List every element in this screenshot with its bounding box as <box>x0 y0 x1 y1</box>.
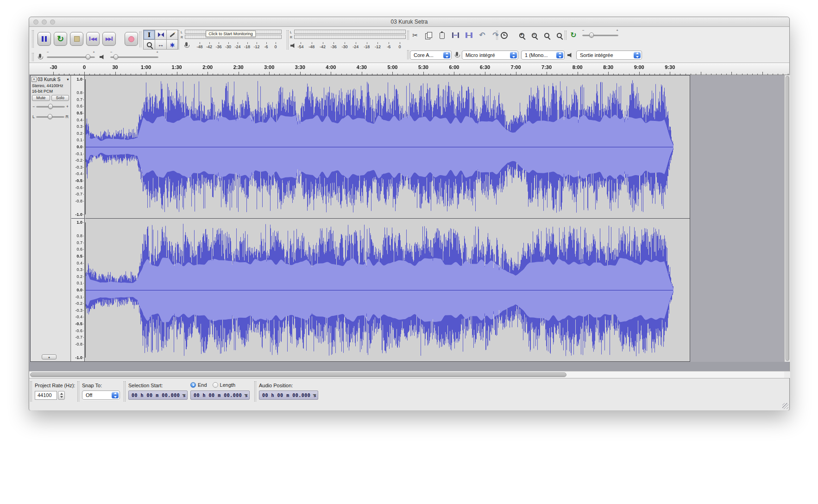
timer-button[interactable] <box>499 30 509 40</box>
input-device-dropdown[interactable]: Micro intégré <box>462 50 518 60</box>
draw-tool-button[interactable] <box>166 30 178 39</box>
pause-button[interactable] <box>38 32 51 46</box>
pan-slider[interactable]: L R <box>32 113 69 120</box>
toolbar-grip[interactable] <box>124 381 126 402</box>
dropdown-stepper-icon[interactable] <box>443 52 450 58</box>
silence-audio-button[interactable] <box>464 30 474 40</box>
toolbar-grip[interactable] <box>496 31 498 40</box>
envelope-tool-button[interactable] <box>155 30 166 39</box>
gain-slider-thumb[interactable] <box>48 104 53 109</box>
waveform-display[interactable] <box>85 76 690 361</box>
record-button[interactable] <box>125 32 138 46</box>
snap-to-dropdown[interactable]: Off <box>82 391 120 400</box>
toolbar-grip[interactable] <box>287 30 289 50</box>
horizontal-scrollbar[interactable] <box>29 371 784 378</box>
resize-grip[interactable] <box>782 403 788 409</box>
output-volume-slider[interactable]: − + <box>110 54 158 60</box>
pan-slider-thumb[interactable] <box>48 114 52 119</box>
track-menu-arrow-icon[interactable]: ▼ <box>66 78 69 81</box>
dropdown-stepper-icon[interactable] <box>556 52 563 58</box>
solo-button[interactable]: Solo <box>51 95 69 101</box>
pan-left-label: L <box>32 114 35 119</box>
paste-button[interactable] <box>437 30 447 40</box>
waveform-canvas[interactable] <box>85 76 690 361</box>
input-volume-thumb[interactable] <box>86 54 90 59</box>
vertical-ruler[interactable] <box>71 76 85 361</box>
copy-button[interactable] <box>423 30 434 40</box>
skip-to-end-button[interactable]: ▶▶ <box>102 32 116 46</box>
input-channels-dropdown[interactable]: 1 (Mono... <box>521 50 565 60</box>
audio-host-dropdown[interactable]: Core A... <box>410 50 452 60</box>
timeline-ruler-canvas[interactable] <box>29 63 789 75</box>
playback-meter-bar-right[interactable] <box>294 35 406 39</box>
selection-end-field[interactable]: 00 h 00 m 00.000 s <box>190 391 250 400</box>
output-volume-thumb[interactable] <box>113 54 118 59</box>
playback-meter-bar-left[interactable] <box>294 30 406 34</box>
speed-slider-thumb[interactable] <box>589 32 594 38</box>
toolbar-grip[interactable] <box>30 381 32 402</box>
playback-meter-toolbar[interactable]: L R -54-48-42-36-30-24-18-12-60 <box>287 29 408 50</box>
timefield-dropdown-arrow-icon[interactable] <box>182 394 186 396</box>
fit-project-button[interactable] <box>554 30 564 40</box>
timefield-dropdown-arrow-icon[interactable] <box>244 394 248 396</box>
vertical-scrollbar[interactable] <box>784 75 790 362</box>
horizontal-scrollbar-thumb[interactable] <box>30 372 566 377</box>
timefield-dropdown-arrow-icon[interactable] <box>313 394 316 396</box>
multi-tool-icon: ∗ <box>170 41 176 48</box>
toolbar-grip[interactable] <box>32 30 34 48</box>
play-at-speed-button[interactable]: ↻ <box>568 30 579 40</box>
stop-button[interactable] <box>70 32 83 46</box>
end-radio[interactable] <box>190 382 196 388</box>
toolbar-grip[interactable] <box>32 53 34 61</box>
audio-position-field[interactable]: 00 h 00 m 00.000 s <box>259 391 318 400</box>
toolbar-grip[interactable] <box>77 381 79 402</box>
recording-meter-toolbar[interactable]: L R Click to Start Monitoring -48-42-36-… <box>177 29 284 50</box>
selection-tool-button[interactable]: I <box>143 30 155 39</box>
zoom-out-button[interactable]: − <box>529 30 539 40</box>
dropdown-stepper-icon[interactable] <box>634 52 641 58</box>
project-rate-input[interactable]: 44100 <box>35 391 57 400</box>
zoom-in-button[interactable]: + <box>516 30 527 40</box>
multi-tool-button[interactable]: ∗ <box>166 39 178 49</box>
vertical-scrollbar-thumb[interactable] <box>786 76 789 361</box>
selection-start-value: 00 h 00 m 00.000 s <box>132 393 186 398</box>
trim-audio-button[interactable] <box>450 30 460 40</box>
monitoring-tooltip[interactable]: Click to Start Monitoring <box>206 31 256 37</box>
track-name[interactable]: 03 Kuruk S <box>38 77 65 82</box>
envelope-tool-icon <box>158 32 164 37</box>
skip-to-start-button[interactable]: ◀◀ <box>86 32 100 46</box>
timeshift-tool-button[interactable]: ↔ <box>155 39 166 49</box>
zoom-window-button[interactable] <box>50 19 55 25</box>
input-volume-slider[interactable]: − + <box>47 54 95 60</box>
timeline-ruler[interactable] <box>29 63 789 75</box>
project-rate-stepper[interactable] <box>58 391 65 400</box>
output-device-dropdown[interactable]: Sortie intégrée <box>576 50 642 60</box>
toolbar-grip[interactable] <box>177 30 179 50</box>
zoom-tool-button[interactable] <box>143 39 155 49</box>
window-titlebar[interactable]: 03 Kuruk Setra <box>29 17 789 27</box>
dropdown-stepper-icon[interactable] <box>112 392 119 398</box>
toolbar-grip[interactable] <box>407 31 409 40</box>
toolbar-grip[interactable] <box>407 50 409 59</box>
track-close-button[interactable]: × <box>31 77 37 82</box>
close-window-button[interactable] <box>33 19 38 25</box>
gain-slider-track[interactable] <box>36 103 64 110</box>
toolbar-grip[interactable] <box>139 32 141 47</box>
toolbar-grip[interactable] <box>254 381 256 402</box>
length-radio[interactable] <box>213 382 218 388</box>
undo-button[interactable]: ↶ <box>477 30 487 40</box>
fit-selection-button[interactable] <box>541 30 552 40</box>
gain-slider[interactable]: − + <box>32 103 69 110</box>
selection-start-field[interactable]: 00 h 00 m 00.000 s <box>128 391 188 400</box>
play-button[interactable]: ↻ <box>54 32 67 46</box>
track-collapse-button[interactable]: ▴ <box>42 354 57 359</box>
toolbar-grip[interactable] <box>565 31 566 40</box>
mute-button[interactable]: Mute <box>32 95 50 101</box>
vertical-ruler-canvas[interactable] <box>71 76 85 361</box>
playback-speed-slider[interactable]: − + <box>582 32 618 38</box>
audio-position-value: 00 h 00 m 00.000 s <box>262 393 316 398</box>
minimize-window-button[interactable] <box>42 19 47 25</box>
pan-slider-track[interactable] <box>36 113 64 120</box>
cut-button[interactable]: ✂ <box>410 30 420 40</box>
dropdown-stepper-icon[interactable] <box>510 52 517 58</box>
